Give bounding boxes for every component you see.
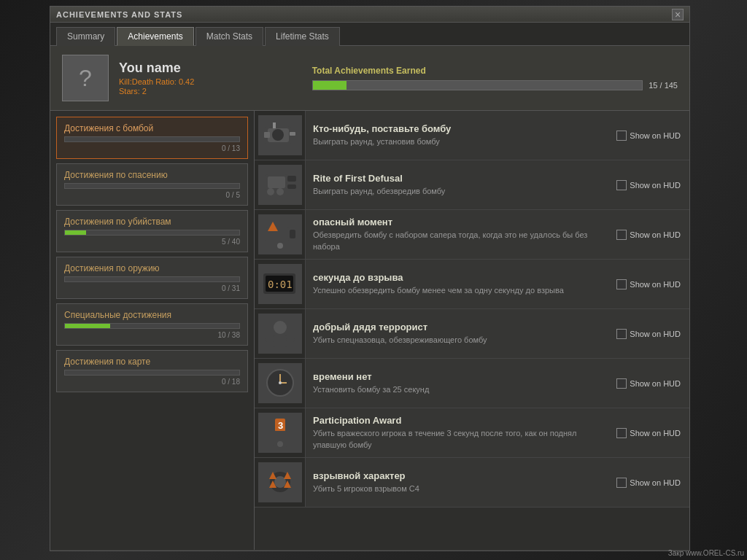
tab-summary[interactable]: Summary — [56, 27, 115, 46]
show-on-hud-btn-4[interactable]: Show on HUD — [616, 279, 681, 289]
show-on-hud-label-3: Show on HUD — [630, 230, 681, 239]
achievement-content-4: секунда до взрываУспешно обезвредить бом… — [306, 260, 616, 308]
tab-bar: Summary Achievements Match Stats Lifetim… — [50, 23, 689, 46]
tab-achievements[interactable]: Achievements — [117, 27, 193, 46]
category-name-rescue: Достижения по спасению — [64, 170, 240, 180]
achievement-icon-img-3 — [258, 214, 302, 254]
svg-point-10 — [267, 188, 274, 195]
hud-checkbox-1[interactable] — [616, 131, 627, 141]
title-bar: ACHIEVEMENTS AND STATS × — [50, 7, 689, 23]
hud-checkbox-5[interactable] — [616, 329, 627, 339]
svg-point-29 — [277, 441, 283, 447]
total-progress-fill — [313, 81, 347, 90]
achievements-earned-label: Total Achievements Earned — [312, 66, 678, 76]
avatar: ? — [62, 55, 109, 101]
achievement-icon-7: 3 — [255, 408, 306, 457]
achievement-item-3: опасный моментОбезвредить бомбу с наборо… — [255, 210, 689, 260]
hud-checkbox-3[interactable] — [616, 230, 627, 240]
achievement-content-5: добрый дядя террористУбить спецназовца, … — [306, 309, 616, 358]
svg-rect-20 — [266, 338, 274, 342]
achievement-desc-8: Убить 5 игроков взрывом С4 — [313, 483, 609, 494]
svg-text:0:01: 0:01 — [268, 279, 293, 290]
svg-rect-7 — [268, 176, 285, 188]
svg-rect-13 — [290, 230, 295, 238]
cat-progress-bar-map — [64, 370, 240, 376]
hud-checkbox-8[interactable] — [616, 478, 627, 488]
cat-progress-fill-kills — [65, 230, 86, 235]
achievement-title-8: взрывной характер — [313, 470, 609, 481]
show-on-hud-btn-7[interactable]: Show on HUD — [616, 428, 681, 438]
achievement-hud-3[interactable]: Show on HUD — [616, 210, 689, 259]
main-window: ACHIEVEMENTS AND STATS × Summary Achieve… — [50, 6, 690, 551]
achievement-content-1: Кто-нибудь, поставьте бомбуВыиграть раун… — [306, 111, 616, 160]
category-weapons[interactable]: Достижения по оружию0 / 31 — [56, 257, 248, 299]
achievement-hud-5[interactable]: Show on HUD — [616, 309, 689, 358]
profile-stars: Stars: 2 — [119, 87, 302, 96]
category-special[interactable]: Специальные достижения10 / 38 — [56, 303, 248, 346]
svg-point-18 — [274, 321, 287, 334]
show-on-hud-btn-8[interactable]: Show on HUD — [616, 478, 681, 488]
achievement-item-7: 3Participation AwardУбить вражеского игр… — [255, 408, 689, 458]
achievement-item-6: времени нетУстановить бомбу за 25 секунд… — [255, 359, 689, 408]
achievement-title-7: Participation Award — [313, 415, 609, 426]
achievement-desc-6: Установить бомбу за 25 секунд — [313, 384, 609, 395]
achievement-item-5: добрый дядя террористУбить спецназовца, … — [255, 309, 689, 359]
total-progress-bar — [312, 80, 643, 90]
achievement-hud-7[interactable]: Show on HUD — [616, 408, 689, 457]
profile-kd: Kill:Death Ratio: 0.42 — [119, 77, 302, 86]
hud-checkbox-6[interactable] — [616, 378, 627, 389]
achievement-hud-2[interactable]: Show on HUD — [616, 160, 689, 209]
show-on-hud-label-2: Show on HUD — [630, 181, 681, 190]
tab-lifetime-stats[interactable]: Lifetime Stats — [265, 27, 340, 46]
achievement-content-2: Rite of First DefusalВыиграть раунд, обе… — [306, 160, 616, 209]
cat-progress-bar-weapons — [64, 276, 240, 282]
svg-point-11 — [276, 188, 284, 195]
category-name-kills: Достижения по убийствам — [64, 217, 240, 227]
achievement-title-2: Rite of First Defusal — [313, 173, 609, 184]
tab-match-stats[interactable]: Match Stats — [196, 27, 263, 46]
hud-checkbox-7[interactable] — [616, 428, 627, 438]
category-name-weapons: Достижения по оружию — [64, 263, 240, 273]
achievement-item-1: Кто-нибудь, поставьте бомбуВыиграть раун… — [255, 111, 689, 160]
hud-checkbox-2[interactable] — [616, 180, 627, 190]
achievement-icon-8 — [255, 458, 306, 507]
show-on-hud-btn-5[interactable]: Show on HUD — [616, 329, 681, 339]
achievement-icon-img-7: 3 — [258, 413, 302, 453]
achievement-icon-6 — [255, 359, 306, 408]
achievement-icon-img-4: 0:01 — [258, 264, 302, 304]
achievement-hud-6[interactable]: Show on HUD — [616, 359, 689, 408]
achievement-content-7: Participation AwardУбить вражеского игро… — [306, 408, 616, 457]
profile-name: You name — [119, 61, 302, 76]
achievement-title-6: времени нет — [313, 371, 609, 382]
category-map[interactable]: Достижения по карте0 / 18 — [56, 350, 248, 392]
achievements-list-panel[interactable]: Кто-нибудь, поставьте бомбуВыиграть раун… — [255, 111, 689, 550]
achievement-content-8: взрывной характерУбить 5 игроков взрывом… — [306, 458, 616, 507]
achievement-hud-1[interactable]: Show on HUD — [616, 111, 689, 160]
svg-point-2 — [272, 129, 284, 141]
achievement-item-8: взрывной характерУбить 5 игроков взрывом… — [255, 458, 689, 508]
close-button[interactable]: × — [672, 9, 684, 20]
show-on-hud-btn-1[interactable]: Show on HUD — [616, 131, 681, 141]
achievement-title-1: Кто-нибудь, поставьте бомбу — [313, 123, 609, 134]
achievement-hud-8[interactable]: Show on HUD — [616, 458, 689, 507]
show-on-hud-btn-3[interactable]: Show on HUD — [616, 230, 681, 240]
hud-checkbox-4[interactable] — [616, 279, 627, 289]
category-rescue[interactable]: Достижения по спасению0 / 5 — [56, 163, 248, 206]
svg-point-25 — [279, 381, 282, 384]
category-bomb[interactable]: Достижения с бомбой0 / 13 — [56, 117, 248, 159]
cat-count-bomb: 0 / 13 — [64, 144, 240, 152]
achievement-item-4: 0:01секунда до взрываУспешно обезвредить… — [255, 260, 689, 309]
show-on-hud-btn-6[interactable]: Show on HUD — [616, 378, 681, 389]
show-on-hud-label-6: Show on HUD — [630, 379, 681, 388]
achievement-title-3: опасный момент — [313, 217, 609, 228]
achievement-icon-4: 0:01 — [255, 260, 306, 308]
achievement-hud-4[interactable]: Show on HUD — [616, 260, 689, 308]
achievement-desc-2: Выиграть раунд, обезвредив бомбу — [313, 186, 609, 197]
show-on-hud-btn-2[interactable]: Show on HUD — [616, 180, 681, 190]
category-kills[interactable]: Достижения по убийствам5 / 40 — [56, 210, 248, 252]
cat-progress-bar-special — [64, 323, 240, 329]
profile-area: ? You name Kill:Death Ratio: 0.42 Stars:… — [50, 46, 689, 111]
svg-rect-5 — [273, 122, 276, 128]
achievement-icon-img-8 — [258, 462, 302, 502]
achievement-desc-4: Успешно обезвредить бомбу менее чем за о… — [313, 285, 609, 296]
